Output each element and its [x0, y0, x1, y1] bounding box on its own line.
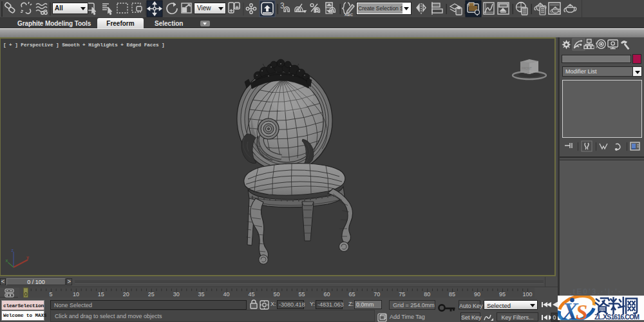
svg-text:45: 45 [249, 291, 255, 298]
svg-text:95: 95 [499, 291, 506, 298]
svg-text:60: 60 [323, 291, 330, 298]
svg-text:y: y [26, 255, 29, 260]
svg-text:0: 0 [553, 314, 556, 321]
svg-text:20: 20 [123, 291, 129, 298]
svg-text:ZL.XS1616.COM: ZL.XS1616.COM [594, 313, 639, 321]
svg-text:10: 10 [73, 291, 79, 298]
svg-text:35: 35 [198, 291, 205, 298]
svg-text:z: z [12, 248, 14, 252]
svg-text:FRONT: FRONT [522, 67, 532, 70]
svg-text:85: 85 [449, 291, 455, 298]
svg-text:75: 75 [399, 291, 405, 298]
svg-text:5: 5 [49, 291, 52, 298]
svg-text:0: 0 [24, 291, 27, 298]
svg-text:100: 100 [522, 291, 532, 298]
svg-text:90: 90 [474, 291, 480, 298]
svg-text:55: 55 [298, 291, 305, 298]
svg-text:x: x [6, 258, 8, 263]
svg-text:40: 40 [223, 291, 230, 298]
svg-text:50: 50 [273, 291, 279, 298]
svg-text:ABC: ABC [345, 13, 354, 17]
svg-text:S: S [576, 301, 587, 320]
svg-text:65: 65 [348, 291, 355, 298]
svg-text:15: 15 [98, 291, 104, 298]
svg-text:70: 70 [374, 291, 380, 298]
svg-text:25: 25 [148, 291, 155, 298]
svg-text:30: 30 [173, 291, 180, 298]
svg-text:80: 80 [424, 291, 430, 298]
